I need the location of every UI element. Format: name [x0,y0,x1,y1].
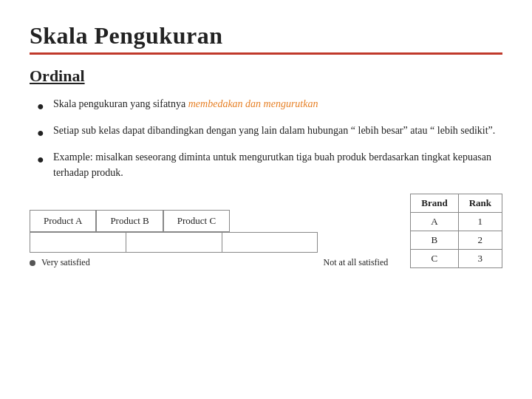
table-cell: B [411,231,458,250]
product-a-label: Product A [44,215,82,226]
highlight-membedakan: membedakan dan mengurutkan [188,98,318,109]
rank-table: Brand Rank A1B2C3 [410,194,502,268]
table-cell: 1 [458,213,502,231]
bottom-section: Product A Product B Product C Very satis… [30,194,502,268]
list-item: ● Skala pengukuran yang sifatnya membeda… [37,96,502,115]
bullet-text-1: Skala pengukuran yang sifatnya membedaka… [53,96,318,112]
bullet-dot-2: ● [37,124,47,142]
scale-bar-c [222,232,318,253]
product-b-label: Product B [110,215,149,226]
title-underline [30,52,502,55]
product-b-box: Product B [96,210,163,232]
bullet-dot-3: ● [37,151,47,168]
table-row: B2 [411,231,502,250]
not-at-all-text: Not at all satisfied [324,257,389,267]
col-brand: Brand [411,194,458,213]
scale-bar-container [30,232,388,253]
col-rank: Rank [458,194,502,213]
scale-bar-a [30,232,126,253]
table-cell: 2 [458,231,502,250]
rank-table-container: Brand Rank A1B2C3 [410,194,502,268]
label-not-at-all: Not at all satisfied [324,257,389,268]
products-row: Product A Product B Product C [30,210,388,232]
slide: Skala Pengukuran Ordinal ● Skala penguku… [0,0,532,399]
scale-bar-b [126,232,222,253]
list-item: ● Setiap sub kelas dapat dibandingkan de… [37,123,502,142]
product-c-box: Product C [163,210,230,232]
left-arrow-icon [30,260,35,266]
labels-row: Very satisfied Not at all satisfied [30,257,388,268]
table-cell: 3 [458,250,502,268]
table-header-row: Brand Rank [411,194,502,213]
table-row: A1 [411,213,502,231]
table-cell: C [411,250,458,268]
page-title: Skala Pengukuran [30,22,502,50]
table-cell: A [411,213,458,231]
table-row: C3 [411,250,502,268]
label-very-satisfied: Very satisfied [30,257,90,268]
list-item: ● Example: misalkan seseorang diminta un… [37,149,502,180]
very-satisfied-text: Very satisfied [41,257,90,268]
bullet-list: ● Skala pengukuran yang sifatnya membeda… [30,96,502,180]
product-a-box: Product A [30,210,96,232]
rank-table-body: A1B2C3 [411,213,502,268]
product-c-label: Product C [177,215,216,226]
bullet-text-2: Setiap sub kelas dapat dibandingkan deng… [53,123,495,138]
bullet-text-3: Example: misalkan seseorang diminta untu… [53,149,502,180]
scale-area: Product A Product B Product C Very satis… [30,210,388,268]
section-heading: Ordinal [30,66,502,86]
bullet-dot-1: ● [37,98,47,115]
